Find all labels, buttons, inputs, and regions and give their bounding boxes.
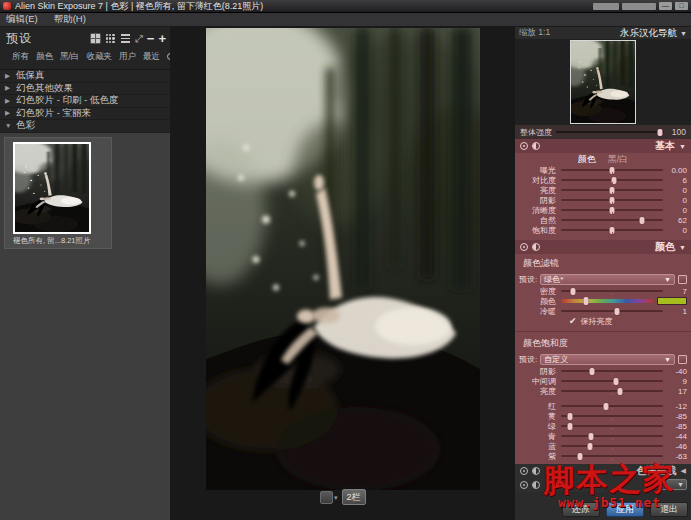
tab-user[interactable]: 用户 (119, 51, 136, 63)
chevron-down-icon: ▼ (664, 356, 671, 363)
disclosure-icon[interactable]: ▶ (5, 84, 12, 92)
overall-strength-slider[interactable]: 整体强度 100 (515, 125, 691, 139)
toggle-section-icon[interactable] (532, 467, 540, 475)
color-filter-subtitle: 颜色滤镜 (515, 254, 691, 272)
slider-sat-midtones[interactable]: 中间调 9 (515, 376, 691, 386)
saturation-preset-row: 预设: 自定义 ▼ (515, 352, 691, 366)
slider-saturation[interactable]: 饱和度 0 (515, 225, 691, 235)
zoom-level-label[interactable]: 缩放 1:1 (519, 27, 550, 39)
reset-section-icon[interactable] (520, 481, 528, 489)
list-view-icon[interactable] (120, 33, 131, 44)
two-up-view-button[interactable]: 2栏 (341, 489, 365, 505)
basic-section-header[interactable]: 基本 ▼ (515, 139, 691, 153)
preset-category-list: ▶ 低保真 ▶ 幻色其他效果 ▶ 幻色胶片 - 印刷 - 低色度 ▶ 幻色胶片 … (0, 69, 170, 133)
slider-cyan[interactable]: 青 -44 (515, 431, 691, 441)
slider-vibrance[interactable]: 自然 62 (515, 215, 691, 225)
expand-panel-icon[interactable]: ⤢ (135, 33, 143, 44)
disclosure-icon[interactable]: ▶ (5, 97, 12, 105)
chevron-down-icon[interactable]: ▼ (679, 143, 686, 150)
menu-bar: 编辑(E) 帮助(H) (0, 13, 691, 27)
titlebar-artifact (622, 3, 656, 10)
slider-purple[interactable]: 紫 -63 (515, 451, 691, 461)
chevron-left-icon[interactable]: ◀ (681, 467, 686, 475)
preset-thumbnail-area: 褪色所有, 留...8.21照片 (0, 133, 170, 520)
category-film-polaroid[interactable]: ▶ 幻色胶片 - 宝丽来 (0, 108, 170, 121)
toggle-section-icon[interactable] (532, 481, 540, 489)
slider-sat-highlights[interactable]: 亮度 17 (515, 386, 691, 396)
slider-density[interactable]: 密度 7 (515, 286, 691, 296)
chevron-down-icon[interactable]: ▼ (679, 244, 686, 251)
color-section-header[interactable]: 颜色 ▼ (515, 240, 691, 254)
saturation-preset-dropdown[interactable]: 自定义 ▼ (540, 354, 675, 365)
exit-button[interactable]: 退出 (650, 502, 688, 517)
zoom-out-thumbs-button[interactable]: − (147, 33, 155, 44)
preset-options-icon[interactable] (678, 355, 687, 364)
color-filter-preset-row: 预设: 绿色* ▼ (515, 272, 691, 286)
slider-filter-color[interactable]: 颜色 (515, 296, 691, 306)
tab-recent[interactable]: 最近 (143, 51, 160, 63)
minimize-button[interactable]: — (659, 2, 672, 10)
reset-button[interactable]: 还原 (562, 502, 600, 517)
grid-view-icon[interactable] (90, 33, 101, 44)
filter-color-swatch[interactable] (657, 297, 687, 305)
slider-red[interactable]: 红 -12 (515, 401, 691, 411)
chevron-down-icon: ▼ (677, 481, 684, 488)
action-buttons: 还原 应用 退出 (562, 502, 688, 517)
view-toolbar: 2栏 (319, 489, 365, 505)
navigator-title: 永乐汉化导航 (620, 27, 677, 40)
maximize-button[interactable]: □ (675, 2, 688, 10)
category-color-films[interactable]: ▼ 色彩 (0, 120, 170, 133)
slider-yellow[interactable]: 黄 -85 (515, 411, 691, 421)
reset-section-icon[interactable] (520, 467, 528, 475)
reset-section-icon[interactable] (520, 243, 528, 251)
basic-tab-color[interactable]: 颜色 (578, 153, 596, 166)
toggle-section-icon[interactable] (532, 243, 540, 251)
disclosure-icon[interactable]: ▶ (5, 109, 12, 117)
reset-section-icon[interactable] (520, 142, 528, 150)
disclosure-icon[interactable]: ▼ (5, 122, 12, 129)
navigator-thumbnail[interactable] (570, 40, 636, 124)
menu-edit[interactable]: 编辑(E) (6, 13, 38, 26)
slider-shadows[interactable]: 阴影 0 (515, 195, 691, 205)
selected-preset-thumbnail[interactable]: 褪色所有, 留...8.21照片 (4, 137, 112, 249)
photo-canvas[interactable] (206, 28, 480, 490)
footer-dropdown[interactable]: ▼ (657, 479, 687, 490)
tab-bw[interactable]: 黑/白 (60, 51, 79, 63)
preserve-brightness-checkbox[interactable]: ✔ 保持亮度 (515, 316, 691, 327)
preset-options-icon[interactable] (678, 275, 687, 284)
tab-color[interactable]: 颜色 (36, 51, 53, 63)
exposure7-window: Alien Skin Exposure 7 | 色彩 | 褪色所有, 留下薄红色… (0, 0, 691, 520)
slider-blue[interactable]: 蓝 -46 (515, 441, 691, 451)
window-title: Alien Skin Exposure 7 | 色彩 | 褪色所有, 留下薄红色… (15, 0, 263, 13)
slider-brightness[interactable]: 亮度 0 (515, 185, 691, 195)
presets-panel: 预设 ⤢ − + 所有 颜色 黑/白 收藏夹 用户 (0, 27, 170, 520)
single-view-button[interactable] (319, 491, 332, 504)
disclosure-icon[interactable]: ▶ (5, 72, 12, 80)
slider-clarity[interactable]: 清晰度 0 (515, 205, 691, 215)
tab-all[interactable]: 所有 (12, 51, 29, 63)
category-film-print[interactable]: ▶ 幻色胶片 - 印刷 - 低色度 (0, 95, 170, 108)
menu-help[interactable]: 帮助(H) (54, 13, 86, 26)
presets-panel-title: 预设 (6, 30, 32, 47)
small-grid-view-icon[interactable] (105, 33, 116, 44)
category-lofi[interactable]: ▶ 低保真 (0, 70, 170, 83)
basic-tab-bw[interactable]: 黑/白 (608, 153, 629, 166)
category-color-other[interactable]: ▶ 幻色其他效果 (0, 83, 170, 96)
slider-exposure[interactable]: 曝光 0.00 (515, 165, 691, 175)
chevron-down-icon: ▼ (664, 276, 671, 283)
curves-section-header[interactable]: 色调曲线 ◀ (515, 464, 691, 478)
window-titlebar[interactable]: Alien Skin Exposure 7 | 色彩 | 褪色所有, 留下薄红色… (0, 0, 691, 13)
chevron-down-icon[interactable]: ▼ (680, 30, 687, 37)
tab-favorites[interactable]: 收藏夹 (86, 51, 112, 63)
slider-contrast[interactable]: 对比度 6 (515, 175, 691, 185)
color-filter-preset-dropdown[interactable]: 绿色* ▼ (540, 274, 675, 285)
zoom-in-thumbs-button[interactable]: + (158, 33, 166, 44)
toggle-section-icon[interactable] (532, 142, 540, 150)
slider-green[interactable]: 绿 -85 (515, 421, 691, 431)
preset-preview-image (13, 142, 91, 234)
apply-button[interactable]: 应用 (606, 502, 644, 517)
slider-sat-shadows[interactable]: 阴影 -40 (515, 366, 691, 376)
adjustments-panel: 缩放 1:1 永乐汉化导航 ▼ 整体强度 100 基本 (515, 27, 691, 520)
slider-warmth[interactable]: 冷暖 1 (515, 306, 691, 316)
app-icon (3, 2, 11, 10)
